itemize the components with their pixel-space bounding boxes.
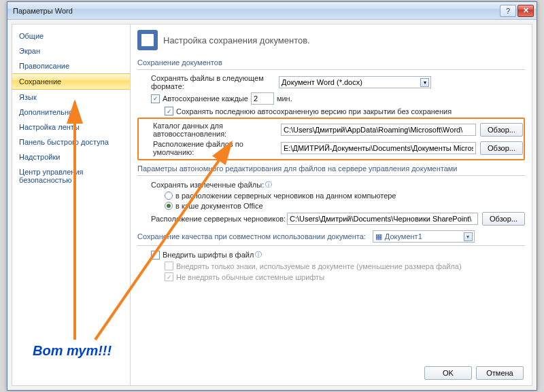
autorecover-browse-button[interactable]: Обзор... xyxy=(480,123,523,137)
section-save-docs: Сохранение документов xyxy=(137,56,525,70)
sharing-title-text: Сохранение качества при совместном испол… xyxy=(137,232,366,240)
embed-fonts-checkbox[interactable] xyxy=(151,251,160,260)
section-offline: Параметры автономного редактирования для… xyxy=(137,162,525,176)
drafts-loc-input[interactable] xyxy=(287,213,478,225)
info-icon[interactable]: ⓘ xyxy=(255,250,262,260)
annotation-text: Вот тут!!! xyxy=(33,343,112,359)
ok-button[interactable]: OK xyxy=(424,366,472,380)
autosave-checkbox[interactable]: ✓ xyxy=(151,94,160,103)
embed-only-label: Внедрять только знаки, используемые в до… xyxy=(176,262,462,270)
sidebar: Общие Экран Правописание Сохранение Язык… xyxy=(12,24,131,386)
close-button[interactable]: ✕ xyxy=(517,5,534,17)
save-format-label: Сохранять файлы в следующем формате: xyxy=(151,74,279,90)
autosave-label: Автосохранение каждые xyxy=(163,94,248,103)
help-button[interactable]: ? xyxy=(500,5,516,17)
embed-skip-label: Не внедрять обычные системные шрифты xyxy=(176,273,324,281)
default-loc-browse-button[interactable]: Обзор... xyxy=(480,141,523,155)
sidebar-item-proofing[interactable]: Правописание xyxy=(12,58,130,73)
window-title: Параметры Word xyxy=(13,7,498,15)
cancel-button[interactable]: Отмена xyxy=(476,366,524,380)
save-format-dropdown[interactable]: Документ Word (*.docx) ▾ xyxy=(279,76,431,88)
autorecover-label: Каталог данных для автовосстановления: xyxy=(153,122,281,138)
embed-fonts-label: Внедрить шрифты в файл xyxy=(163,251,254,259)
drafts-browse-button[interactable]: Обзор... xyxy=(482,212,525,226)
chevron-down-icon: ▾ xyxy=(420,78,429,87)
chevron-down-icon: ▾ xyxy=(464,232,473,241)
word-options-window: Параметры Word ? ✕ Общие Экран Правописа… xyxy=(7,1,537,391)
default-loc-label: Расположение файлов по умолчанию: xyxy=(153,140,281,156)
sharing-doc-value: Документ1 xyxy=(385,232,422,240)
sidebar-item-save[interactable]: Сохранение xyxy=(12,73,130,90)
keep-last-label: Сохранять последнюю автосохраненную верс… xyxy=(176,107,452,115)
titlebar: Параметры Word ? ✕ xyxy=(7,2,537,20)
save-format-value: Документ Word (*.docx) xyxy=(282,78,362,86)
keep-last-checkbox[interactable]: ✓ xyxy=(165,107,173,115)
radio-server-drafts-label: в расположении серверных черновиков на д… xyxy=(175,192,396,200)
sidebar-item-language[interactable]: Язык xyxy=(12,90,130,105)
radio-server-drafts[interactable] xyxy=(165,192,173,200)
sidebar-item-general[interactable]: Общие xyxy=(12,29,130,43)
embed-skip-checkbox: ✓ xyxy=(165,272,173,281)
content-panel: Настройка сохранения документов. Сохране… xyxy=(131,24,532,386)
autosave-unit: мин. xyxy=(277,94,292,103)
sidebar-item-qat[interactable]: Панель быстрого доступа xyxy=(12,135,130,149)
embed-only-checkbox xyxy=(165,262,173,270)
sidebar-item-display[interactable]: Экран xyxy=(12,43,130,58)
section-sharing: Сохранение качества при совместном испол… xyxy=(137,228,525,246)
sidebar-item-addins[interactable]: Надстройки xyxy=(12,149,130,164)
save-checked-label: Сохранять извлеченные файлы: xyxy=(151,181,264,189)
info-icon[interactable]: ⓘ xyxy=(265,180,272,190)
sidebar-item-trust[interactable]: Центр управления безопасностью xyxy=(12,164,130,188)
sidebar-item-ribbon[interactable]: Настройка ленты xyxy=(12,120,130,135)
default-loc-path-input[interactable] xyxy=(281,142,476,154)
radio-office-cache-label: в кэше документов Office xyxy=(175,202,263,210)
page-title: Настройка сохранения документов. xyxy=(163,35,310,46)
drafts-loc-label: Расположение серверных черновиков: xyxy=(151,215,287,223)
sidebar-item-advanced[interactable]: Дополнительно xyxy=(12,105,130,120)
page-header: Настройка сохранения документов. xyxy=(137,30,525,50)
autorecover-path-input[interactable] xyxy=(281,124,476,136)
word-doc-icon: ▦ xyxy=(375,232,382,241)
autosave-minutes-input[interactable] xyxy=(251,92,274,105)
sharing-doc-dropdown[interactable]: ▦ Документ1 ▾ xyxy=(373,230,475,243)
radio-office-cache[interactable] xyxy=(165,202,173,210)
save-icon xyxy=(137,30,158,50)
